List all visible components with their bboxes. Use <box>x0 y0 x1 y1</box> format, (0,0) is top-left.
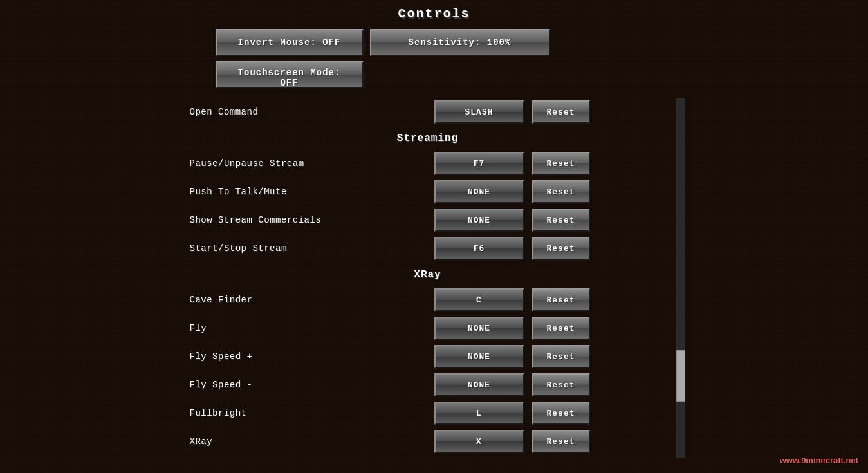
keybind-row-start-stop-stream: Start/Stop Stream F6 Reset <box>183 234 672 263</box>
content-area: Open Command SLASH Reset Streaming Pause… <box>183 98 685 458</box>
cave-finder-label: Cave Finder <box>190 295 434 305</box>
scrollbar[interactable] <box>676 98 685 458</box>
cave-finder-key[interactable]: C <box>434 288 524 311</box>
fly-speed-plus-key[interactable]: NONE <box>434 345 524 368</box>
fullbright-reset[interactable]: Reset <box>532 402 590 425</box>
push-talk-reset[interactable]: Reset <box>532 180 590 203</box>
cave-finder-reset[interactable]: Reset <box>532 288 590 311</box>
fly-speed-minus-label: Fly Speed - <box>190 380 434 390</box>
open-command-label: Open Command <box>190 107 434 117</box>
invert-mouse-button[interactable]: Invert Mouse: OFF <box>216 29 364 56</box>
keybind-row-fullbright: Fullbright L Reset <box>183 399 672 427</box>
main-container: Controls Invert Mouse: OFF Sensitivity: … <box>0 0 868 473</box>
stream-commercials-reset[interactable]: Reset <box>532 209 590 232</box>
fly-label: Fly <box>190 323 434 333</box>
top-row-2: Touchscreen Mode: OFF <box>216 61 653 88</box>
start-stop-stream-reset[interactable]: Reset <box>532 237 590 260</box>
keybind-row-stream-commercials: Show Stream Commercials NONE Reset <box>183 206 672 234</box>
xray-reset[interactable]: Reset <box>532 430 590 453</box>
watermark: www.9minecraft.net <box>780 456 858 465</box>
keybind-row-xray: XRay X Reset <box>183 427 672 456</box>
touchscreen-button[interactable]: Touchscreen Mode: OFF <box>216 61 364 88</box>
xray-section-header: XRay <box>183 269 672 281</box>
keybind-row-pause-stream: Pause/Unpause Stream F7 Reset <box>183 149 672 178</box>
open-command-key[interactable]: SLASH <box>434 100 524 124</box>
keybind-row-cave-finder: Cave Finder C Reset <box>183 286 672 314</box>
pause-stream-label: Pause/Unpause Stream <box>190 158 434 169</box>
fly-key[interactable]: NONE <box>434 317 524 340</box>
sensitivity-button[interactable]: Sensitivity: 100% <box>370 29 550 56</box>
keybind-row-fly-speed-minus: Fly Speed - NONE Reset <box>183 371 672 399</box>
keybind-row-push-talk: Push To Talk/Mute NONE Reset <box>183 178 672 206</box>
pause-stream-key[interactable]: F7 <box>434 152 524 175</box>
open-command-reset[interactable]: Reset <box>532 100 590 124</box>
fullbright-key[interactable]: L <box>434 402 524 425</box>
fly-speed-minus-reset[interactable]: Reset <box>532 373 590 396</box>
top-buttons-area: Invert Mouse: OFF Sensitivity: 100% Touc… <box>216 29 653 88</box>
scrollbar-thumb[interactable] <box>676 350 685 402</box>
stream-commercials-label: Show Stream Commercials <box>190 215 434 225</box>
push-talk-key[interactable]: NONE <box>434 180 524 203</box>
fly-speed-plus-reset[interactable]: Reset <box>532 345 590 368</box>
push-talk-label: Push To Talk/Mute <box>190 187 434 197</box>
pause-stream-reset[interactable]: Reset <box>532 152 590 175</box>
fly-speed-minus-key[interactable]: NONE <box>434 373 524 396</box>
xray-label: XRay <box>190 436 434 447</box>
top-row-1: Invert Mouse: OFF Sensitivity: 100% <box>216 29 653 56</box>
keybind-row-xray-gui: XRay GUI J Reset <box>183 456 672 458</box>
keybind-row-fly: Fly NONE Reset <box>183 314 672 342</box>
xray-key[interactable]: X <box>434 430 524 453</box>
streaming-section-header: Streaming <box>183 133 672 144</box>
page-title: Controls <box>398 6 470 21</box>
stream-commercials-key[interactable]: NONE <box>434 209 524 232</box>
fullbright-label: Fullbright <box>190 408 434 418</box>
start-stop-stream-key[interactable]: F6 <box>434 237 524 260</box>
scroll-content: Open Command SLASH Reset Streaming Pause… <box>183 98 685 458</box>
watermark-text: www.9minecraft.net <box>780 456 858 465</box>
fly-reset[interactable]: Reset <box>532 317 590 340</box>
keybind-row-fly-speed-plus: Fly Speed + NONE Reset <box>183 342 672 371</box>
start-stop-stream-label: Start/Stop Stream <box>190 243 434 254</box>
fly-speed-plus-label: Fly Speed + <box>190 351 434 362</box>
keybind-row-open-command: Open Command SLASH Reset <box>183 98 672 126</box>
